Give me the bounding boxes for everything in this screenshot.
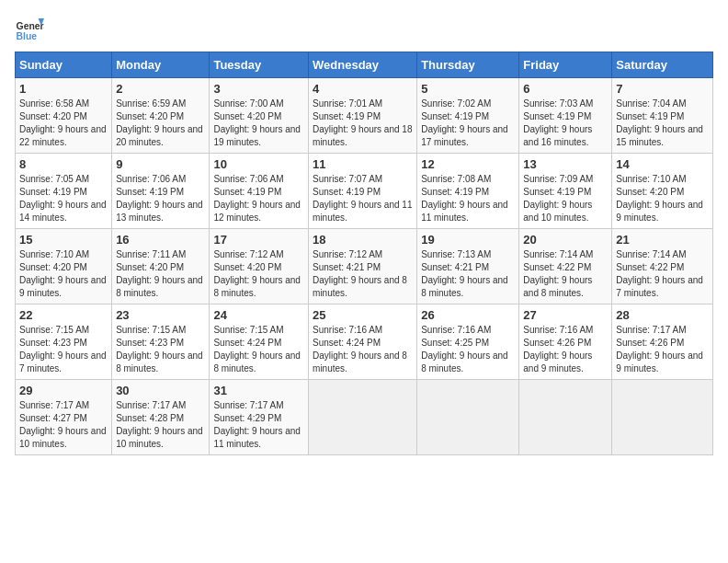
day-number: 18 [313,233,413,247]
day-info: Sunrise: 7:12 AM Sunset: 4:20 PM Dayligh… [213,248,304,300]
day-number: 21 [616,233,709,247]
calendar-cell: 18 Sunrise: 7:12 AM Sunset: 4:21 PM Dayl… [309,229,417,304]
day-info: Sunrise: 7:15 AM Sunset: 4:24 PM Dayligh… [213,324,304,375]
calendar-body: 1 Sunrise: 6:58 AM Sunset: 4:20 PM Dayli… [16,78,713,455]
day-info: Sunrise: 7:00 AM Sunset: 4:20 PM Dayligh… [213,98,304,149]
day-number: 7 [616,82,709,96]
day-info: Sunrise: 6:58 AM Sunset: 4:20 PM Dayligh… [19,98,108,149]
day-number: 8 [19,157,108,171]
day-number: 26 [421,308,515,322]
day-number: 9 [116,157,205,171]
calendar-header-row: SundayMondayTuesdayWednesdayThursdayFrid… [16,52,713,78]
calendar-cell: 26 Sunrise: 7:16 AM Sunset: 4:25 PM Dayl… [417,304,519,380]
weekday-header: Sunday [16,52,112,78]
day-number: 1 [19,82,108,96]
calendar-cell: 21 Sunrise: 7:14 AM Sunset: 4:22 PM Dayl… [612,229,713,304]
day-number: 6 [523,82,608,96]
day-info: Sunrise: 7:15 AM Sunset: 4:23 PM Dayligh… [116,324,205,375]
day-number: 16 [116,233,205,247]
calendar-cell: 29 Sunrise: 7:17 AM Sunset: 4:27 PM Dayl… [16,380,112,455]
calendar-cell: 28 Sunrise: 7:17 AM Sunset: 4:26 PM Dayl… [612,304,713,380]
day-info: Sunrise: 7:07 AM Sunset: 4:19 PM Dayligh… [313,173,413,224]
calendar-table: SundayMondayTuesdayWednesdayThursdayFrid… [15,52,713,455]
calendar-cell [309,380,417,455]
day-number: 19 [421,233,515,247]
day-number: 11 [313,157,413,171]
day-number: 10 [213,157,304,171]
calendar-cell: 25 Sunrise: 7:16 AM Sunset: 4:24 PM Dayl… [309,304,417,380]
day-info: Sunrise: 7:17 AM Sunset: 4:29 PM Dayligh… [213,399,304,451]
calendar-cell: 8 Sunrise: 7:05 AM Sunset: 4:19 PM Dayli… [16,154,112,229]
weekday-header: Wednesday [309,52,417,78]
day-info: Sunrise: 7:16 AM Sunset: 4:24 PM Dayligh… [313,324,413,375]
calendar-cell: 11 Sunrise: 7:07 AM Sunset: 4:19 PM Dayl… [309,154,417,229]
calendar-cell: 22 Sunrise: 7:15 AM Sunset: 4:23 PM Dayl… [16,304,112,380]
calendar-cell: 20 Sunrise: 7:14 AM Sunset: 4:22 PM Dayl… [519,229,612,304]
day-info: Sunrise: 7:04 AM Sunset: 4:19 PM Dayligh… [616,98,709,149]
day-number: 15 [19,233,108,247]
day-info: Sunrise: 7:10 AM Sunset: 4:20 PM Dayligh… [19,248,108,300]
calendar-cell: 16 Sunrise: 7:11 AM Sunset: 4:20 PM Dayl… [112,229,210,304]
day-info: Sunrise: 7:17 AM Sunset: 4:27 PM Dayligh… [19,399,108,451]
calendar-cell: 31 Sunrise: 7:17 AM Sunset: 4:29 PM Dayl… [210,380,309,455]
calendar-cell: 7 Sunrise: 7:04 AM Sunset: 4:19 PM Dayli… [612,78,713,154]
calendar-week-row: 8 Sunrise: 7:05 AM Sunset: 4:19 PM Dayli… [16,154,713,229]
day-info: Sunrise: 7:14 AM Sunset: 4:22 PM Dayligh… [523,248,608,300]
calendar-cell: 30 Sunrise: 7:17 AM Sunset: 4:28 PM Dayl… [112,380,210,455]
calendar-cell: 12 Sunrise: 7:08 AM Sunset: 4:19 PM Dayl… [417,154,519,229]
day-number: 3 [213,82,304,96]
day-number: 4 [313,82,413,96]
calendar-cell: 10 Sunrise: 7:06 AM Sunset: 4:19 PM Dayl… [210,154,309,229]
day-info: Sunrise: 7:13 AM Sunset: 4:21 PM Dayligh… [421,248,515,300]
calendar-cell: 4 Sunrise: 7:01 AM Sunset: 4:19 PM Dayli… [309,78,417,154]
day-info: Sunrise: 7:17 AM Sunset: 4:26 PM Dayligh… [616,324,709,375]
calendar-cell: 27 Sunrise: 7:16 AM Sunset: 4:26 PM Dayl… [519,304,612,380]
weekday-header: Thursday [417,52,519,78]
calendar-cell: 24 Sunrise: 7:15 AM Sunset: 4:24 PM Dayl… [210,304,309,380]
day-number: 25 [313,308,413,322]
svg-text:Blue: Blue [17,31,38,41]
day-info: Sunrise: 7:09 AM Sunset: 4:19 PM Dayligh… [523,173,608,224]
calendar-week-row: 1 Sunrise: 6:58 AM Sunset: 4:20 PM Dayli… [16,78,713,154]
day-number: 27 [523,308,608,322]
calendar-week-row: 15 Sunrise: 7:10 AM Sunset: 4:20 PM Dayl… [16,229,713,304]
calendar-cell: 2 Sunrise: 6:59 AM Sunset: 4:20 PM Dayli… [112,78,210,154]
day-number: 31 [213,384,304,397]
day-info: Sunrise: 7:11 AM Sunset: 4:20 PM Dayligh… [116,248,205,300]
day-number: 17 [213,233,304,247]
day-number: 20 [523,233,608,247]
calendar-week-row: 22 Sunrise: 7:15 AM Sunset: 4:23 PM Dayl… [16,304,713,380]
day-info: Sunrise: 6:59 AM Sunset: 4:20 PM Dayligh… [116,98,205,149]
logo-icon: General Blue [15,15,44,44]
day-info: Sunrise: 7:16 AM Sunset: 4:25 PM Dayligh… [421,324,515,375]
day-number: 14 [616,157,709,171]
day-info: Sunrise: 7:14 AM Sunset: 4:22 PM Dayligh… [616,248,709,300]
calendar-week-row: 29 Sunrise: 7:17 AM Sunset: 4:27 PM Dayl… [16,380,713,455]
day-info: Sunrise: 7:16 AM Sunset: 4:26 PM Dayligh… [523,324,608,375]
calendar-cell: 23 Sunrise: 7:15 AM Sunset: 4:23 PM Dayl… [112,304,210,380]
calendar-cell: 1 Sunrise: 6:58 AM Sunset: 4:20 PM Dayli… [16,78,112,154]
day-info: Sunrise: 7:02 AM Sunset: 4:19 PM Dayligh… [421,98,515,149]
svg-text:General: General [17,21,44,31]
day-info: Sunrise: 7:06 AM Sunset: 4:19 PM Dayligh… [213,173,304,224]
day-info: Sunrise: 7:17 AM Sunset: 4:28 PM Dayligh… [116,399,205,451]
calendar-cell: 3 Sunrise: 7:00 AM Sunset: 4:20 PM Dayli… [210,78,309,154]
day-info: Sunrise: 7:12 AM Sunset: 4:21 PM Dayligh… [313,248,413,300]
weekday-header: Tuesday [210,52,309,78]
calendar-cell: 15 Sunrise: 7:10 AM Sunset: 4:20 PM Dayl… [16,229,112,304]
day-info: Sunrise: 7:01 AM Sunset: 4:19 PM Dayligh… [313,98,413,149]
day-number: 24 [213,308,304,322]
page-header: General Blue [15,15,713,44]
day-info: Sunrise: 7:03 AM Sunset: 4:19 PM Dayligh… [523,98,608,149]
weekday-header: Saturday [612,52,713,78]
weekday-header: Friday [519,52,612,78]
day-number: 23 [116,308,205,322]
weekday-header: Monday [112,52,210,78]
calendar-cell: 9 Sunrise: 7:06 AM Sunset: 4:19 PM Dayli… [112,154,210,229]
day-number: 13 [523,157,608,171]
day-number: 28 [616,308,709,322]
day-info: Sunrise: 7:05 AM Sunset: 4:19 PM Dayligh… [19,173,108,224]
calendar-cell: 13 Sunrise: 7:09 AM Sunset: 4:19 PM Dayl… [519,154,612,229]
day-number: 29 [19,384,108,397]
calendar-cell [612,380,713,455]
